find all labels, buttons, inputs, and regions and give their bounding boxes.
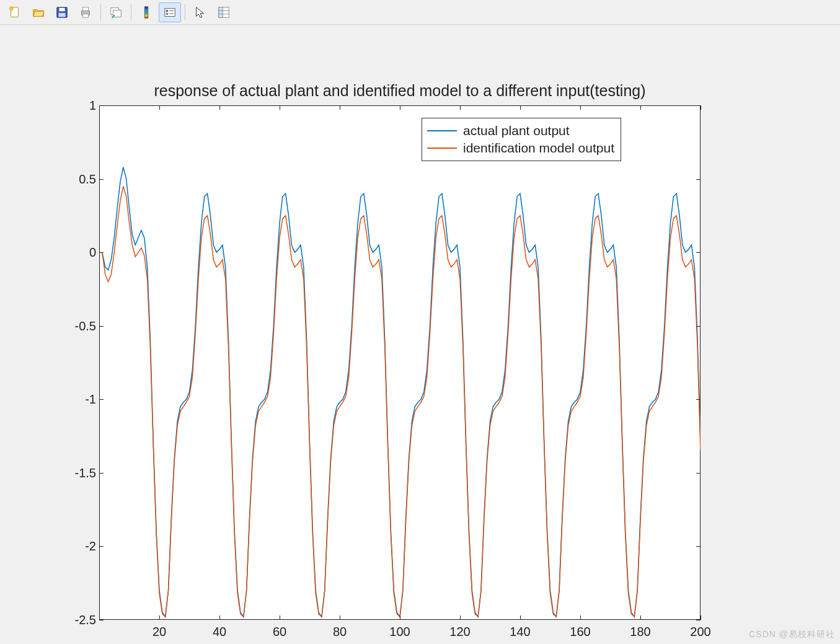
y-tick xyxy=(696,620,701,620)
print-icon[interactable] xyxy=(74,2,97,22)
x-tick xyxy=(701,615,701,620)
legend-label: identification model output xyxy=(463,141,614,156)
y-tick xyxy=(696,326,701,327)
legend-swatch xyxy=(427,148,457,149)
x-tick xyxy=(640,615,641,620)
x-tick xyxy=(520,105,521,110)
x-tick xyxy=(340,105,340,110)
y-tick-label: 1 xyxy=(59,99,96,113)
x-tick xyxy=(219,615,220,620)
x-tick-label: 160 xyxy=(570,625,590,639)
open-icon[interactable] xyxy=(27,2,50,22)
y-tick-label: -0.5 xyxy=(59,319,96,333)
y-tick-label: -2 xyxy=(59,539,96,554)
x-tick xyxy=(580,615,581,620)
x-tick-label: 200 xyxy=(690,625,710,639)
series-line-1 xyxy=(102,186,701,617)
x-tick xyxy=(159,615,160,620)
svg-rect-11 xyxy=(165,8,175,16)
x-tick xyxy=(701,105,701,110)
y-tick xyxy=(696,105,701,106)
figure-area: response of actual plant and identified … xyxy=(0,25,840,644)
x-tick-label: 60 xyxy=(273,625,286,639)
x-tick xyxy=(280,615,280,620)
y-tick xyxy=(99,326,104,327)
x-tick xyxy=(640,105,641,110)
toolbar-separator xyxy=(185,4,185,20)
y-tick xyxy=(99,105,104,106)
y-tick xyxy=(99,473,104,474)
y-tick-label: -2.5 xyxy=(59,613,96,627)
watermark-text: CSDN @易枝科研社 xyxy=(749,629,835,640)
x-tick xyxy=(340,615,340,620)
svg-rect-10 xyxy=(144,6,148,17)
x-tick xyxy=(400,105,400,110)
link-axes-icon[interactable] xyxy=(105,2,127,22)
x-tick xyxy=(219,105,220,110)
x-tick-label: 40 xyxy=(213,625,226,639)
chart-title: response of actual plant and identified … xyxy=(0,82,800,100)
y-tick-label: -1.5 xyxy=(59,465,96,480)
legend-item[interactable]: actual plant output xyxy=(427,122,614,139)
x-tick xyxy=(580,105,581,110)
y-tick xyxy=(696,252,701,253)
y-tick xyxy=(99,252,104,253)
legend-label: actual plant output xyxy=(463,123,570,138)
x-tick xyxy=(460,615,461,620)
svg-rect-4 xyxy=(59,12,66,16)
svg-rect-7 xyxy=(82,14,88,17)
properties-icon[interactable] xyxy=(213,2,235,22)
plot-lines xyxy=(99,105,701,620)
y-tick xyxy=(696,179,701,180)
series-line-0 xyxy=(102,167,701,617)
legend-icon[interactable] xyxy=(159,2,181,22)
save-icon[interactable] xyxy=(51,2,73,22)
x-tick-label: 120 xyxy=(449,625,470,639)
y-tick xyxy=(99,620,104,620)
x-tick xyxy=(400,615,400,620)
y-tick xyxy=(99,546,104,547)
new-icon[interactable] xyxy=(4,2,26,22)
toolbar-separator xyxy=(131,4,131,20)
x-tick xyxy=(520,615,521,620)
cursor-icon[interactable] xyxy=(189,2,211,22)
svg-point-1 xyxy=(10,6,14,10)
x-tick-label: 20 xyxy=(153,625,166,639)
y-tick xyxy=(99,399,104,400)
y-tick xyxy=(99,179,104,180)
legend[interactable]: actual plant outputidentification model … xyxy=(422,118,621,161)
y-tick-label: -1 xyxy=(59,392,96,407)
x-tick xyxy=(159,105,160,110)
toolbar xyxy=(0,0,840,25)
svg-rect-6 xyxy=(82,7,88,11)
legend-item[interactable]: identification model output xyxy=(427,139,614,157)
y-tick xyxy=(696,546,701,547)
y-tick-label: 0.5 xyxy=(59,172,96,186)
svg-rect-13 xyxy=(166,12,169,14)
x-tick xyxy=(280,105,280,110)
x-tick-label: 180 xyxy=(630,625,650,639)
toolbar-separator xyxy=(100,4,101,20)
svg-rect-12 xyxy=(166,10,169,12)
x-tick xyxy=(460,105,461,110)
svg-rect-3 xyxy=(59,7,64,11)
x-tick-label: 80 xyxy=(333,625,347,639)
svg-rect-17 xyxy=(219,7,223,17)
colorbar-icon[interactable] xyxy=(135,2,157,22)
legend-swatch xyxy=(427,130,457,131)
x-tick-label: 100 xyxy=(389,625,410,639)
y-tick-label: 0 xyxy=(59,245,96,260)
y-tick xyxy=(696,473,701,474)
x-tick-label: 140 xyxy=(510,625,530,639)
y-tick xyxy=(696,399,701,400)
